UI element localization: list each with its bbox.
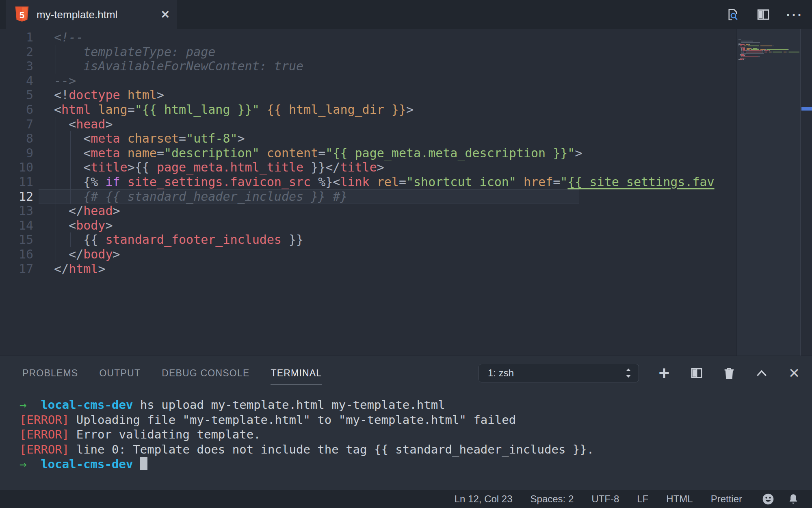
language-mode-indicator[interactable]: HTML	[666, 493, 693, 505]
code-line[interactable]: 3 isAvailableForNewContent: true	[0, 59, 736, 74]
code-line[interactable]: 15 {{ standard_footer_includes }}	[0, 232, 736, 247]
line-number[interactable]: 10	[0, 160, 33, 175]
indent-guide	[56, 218, 56, 233]
code-line[interactable]: 14 <body>	[0, 218, 736, 233]
close-panel-icon[interactable]: ✕	[787, 366, 801, 380]
line-number[interactable]: 12	[0, 189, 33, 204]
find-file-icon[interactable]	[725, 7, 740, 22]
encoding-indicator[interactable]: UTF-8	[591, 493, 619, 505]
code-lines: 1<!--2 templateType: page3 isAvailableFo…	[0, 30, 736, 276]
line-content: <!doctype html>	[33, 88, 164, 102]
code-line[interactable]: 8 <meta charset="utf-8">	[0, 131, 736, 146]
line-content: <meta charset="utf-8">	[33, 131, 245, 146]
terminal-line: [ERROR] Error validating template.	[19, 427, 812, 442]
line-number[interactable]: 7	[0, 117, 33, 132]
indent-guide	[56, 117, 56, 132]
panel-tab-output[interactable]: OUTPUT	[99, 356, 141, 390]
indent-guide	[56, 189, 56, 204]
line-number[interactable]: 8	[0, 131, 33, 146]
indent-guide	[70, 160, 71, 175]
line-number[interactable]: 9	[0, 146, 33, 161]
panel-tab-terminal[interactable]: TERMINAL	[271, 356, 322, 390]
code-line[interactable]: 11 {% if site_settings.favicon_src %}<li…	[0, 175, 736, 189]
svg-text:5: 5	[19, 10, 24, 20]
code-line[interactable]: 10 <title>{{ page_meta.html_title }}</ti…	[0, 160, 736, 175]
status-icons	[762, 493, 800, 506]
indent-guide	[70, 131, 71, 146]
indent-guide	[56, 232, 56, 247]
line-number[interactable]: 13	[0, 204, 33, 218]
code-line[interactable]: 9 <meta name="description" content="{{ p…	[0, 146, 736, 161]
line-content: <meta name="description" content="{{ pag…	[33, 146, 582, 161]
line-content: </body>	[33, 247, 120, 262]
code-line[interactable]: 12 {# {{ standard_header_includes }} #}	[0, 189, 736, 204]
code-line[interactable]: 6<html lang="{{ html_lang }}" {{ html_la…	[0, 102, 736, 117]
eol-indicator[interactable]: LF	[637, 493, 648, 505]
indentation-indicator[interactable]: Spaces: 2	[531, 493, 574, 505]
line-number[interactable]: 11	[0, 175, 33, 189]
select-arrows-icon	[624, 367, 633, 379]
terminal-line: → local-cms-dev hs upload my-template.ht…	[19, 397, 812, 412]
terminal-line: [ERROR] Uploading file "my-template.html…	[19, 412, 812, 428]
line-number[interactable]: 6	[0, 102, 33, 117]
code-line[interactable]: 2 templateType: page	[0, 45, 736, 59]
line-content: <head>	[33, 117, 113, 132]
line-content: </head>	[33, 204, 120, 218]
editor-actions: ⋯	[725, 0, 801, 29]
line-content: {# {{ standard_header_includes }} #}	[33, 189, 347, 204]
terminal-line: [ERROR] line 0: Template does not includ…	[19, 442, 812, 457]
code-line[interactable]: 4-->	[0, 74, 736, 88]
indent-guide	[56, 247, 56, 262]
cursor-position-indicator[interactable]: Ln 12, Col 23	[455, 493, 513, 505]
notifications-bell-icon[interactable]	[787, 493, 800, 506]
minimap[interactable]	[736, 29, 800, 356]
split-editor-icon[interactable]	[756, 7, 771, 22]
code-line[interactable]: 7 <head>	[0, 117, 736, 132]
line-number[interactable]: 15	[0, 232, 33, 247]
maximize-panel-icon[interactable]	[754, 366, 769, 380]
code-line[interactable]: 1<!--	[0, 30, 736, 45]
code-line[interactable]: 17</html>	[0, 262, 736, 276]
line-number[interactable]: 2	[0, 45, 33, 59]
code-editor[interactable]: 1<!--2 templateType: page3 isAvailableFo…	[0, 29, 812, 356]
code-line[interactable]: 13 </head>	[0, 204, 736, 218]
more-actions-icon[interactable]: ⋯	[787, 7, 801, 22]
line-content: templateType: page	[33, 45, 215, 59]
panel-tab-debug-console[interactable]: DEBUG CONSOLE	[162, 356, 249, 390]
formatter-indicator[interactable]: Prettier	[711, 493, 742, 505]
line-number[interactable]: 17	[0, 262, 33, 276]
split-terminal-icon[interactable]	[689, 366, 704, 380]
overview-ruler[interactable]	[800, 29, 812, 356]
line-content: <html lang="{{ html_lang }}" {{ html_lan…	[33, 102, 414, 117]
panel-tab-problems[interactable]: PROBLEMS	[22, 356, 78, 390]
line-number[interactable]: 16	[0, 247, 33, 262]
feedback-smiley-icon[interactable]	[762, 493, 775, 506]
line-content: <!--	[33, 30, 83, 45]
line-number[interactable]: 1	[0, 30, 33, 45]
line-content: <body>	[33, 218, 113, 233]
indent-guide	[56, 175, 56, 189]
panel-actions: 1: zsh +	[479, 356, 801, 390]
line-content: -->	[33, 74, 76, 88]
overview-ruler-marker	[801, 107, 812, 111]
terminal-select[interactable]: 1: zsh	[479, 364, 639, 382]
panel-tabs: PROBLEMSOUTPUTDEBUG CONSOLETERMINAL	[22, 356, 322, 390]
line-number[interactable]: 14	[0, 218, 33, 233]
kill-terminal-icon[interactable]	[722, 366, 736, 380]
panel-header: PROBLEMSOUTPUTDEBUG CONSOLETERMINAL 1: z…	[0, 356, 812, 390]
line-number[interactable]: 5	[0, 88, 33, 102]
code-line[interactable]: 16 </body>	[0, 247, 736, 262]
code-line[interactable]: 5<!doctype html>	[0, 88, 736, 102]
tab-my-template[interactable]: 5 my-template.html ✕	[6, 0, 177, 29]
new-terminal-icon[interactable]: +	[657, 366, 671, 380]
terminal-output[interactable]: → local-cms-dev hs upload my-template.ht…	[0, 390, 812, 472]
html5-icon: 5	[15, 7, 29, 23]
line-number[interactable]: 3	[0, 59, 33, 74]
terminal-line: → local-cms-dev	[19, 457, 812, 472]
tab-title: my-template.html	[37, 9, 157, 21]
terminal-cursor	[140, 457, 147, 470]
close-tab-icon[interactable]: ✕	[160, 8, 170, 21]
indent-guide	[70, 232, 71, 247]
indent-guide	[56, 131, 56, 146]
line-number[interactable]: 4	[0, 74, 33, 88]
